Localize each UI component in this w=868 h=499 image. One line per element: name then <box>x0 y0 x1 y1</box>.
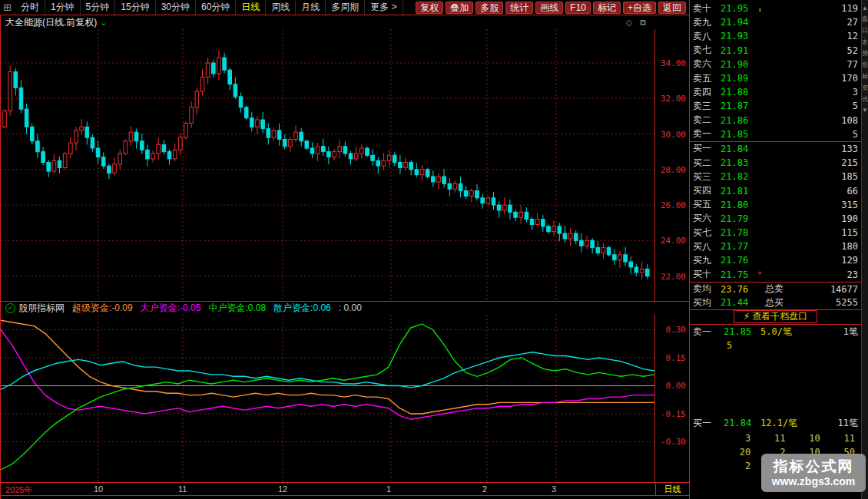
stock-title: 大全能源(日线.前复权) <box>5 16 97 29</box>
bid-price: 21.84 <box>721 144 756 154</box>
watermark-title: 指标公式网 <box>774 458 854 475</box>
ask-row-4[interactable]: 卖六21.9077 <box>690 58 861 71</box>
summary-total-label: 总卖 <box>765 283 784 296</box>
bid-volume: 129 <box>841 255 858 266</box>
ask-row-0[interactable]: 卖十21.95↓119 <box>690 2 861 15</box>
bid-row-1[interactable]: 买二21.83215 <box>690 156 861 170</box>
ask-row-5[interactable]: 卖五21.89170 <box>690 71 861 85</box>
x-axis-label-6: 3 <box>552 484 556 494</box>
panel-icon[interactable]: ⧉ <box>640 18 646 28</box>
bid-row-2[interactable]: 买三21.82185 <box>690 170 861 183</box>
legend-item-4: : 0.00 <box>339 302 362 313</box>
ask-row-3[interactable]: 卖七21.9152 <box>690 44 861 58</box>
chart-region: 大全能源(日线.前复权) ⌄ ◇ ⧉ 34.0032.0030.0028.002… <box>0 15 689 499</box>
strip-item-5[interactable]: 指 <box>862 61 868 69</box>
price-axis-label: 32.00 <box>661 94 686 104</box>
toolbar-button-0[interactable]: 复权 <box>416 2 443 14</box>
bid-price: 21.81 <box>721 186 756 197</box>
ask-volume: 27 <box>847 17 858 28</box>
bid-price: 21.76 <box>721 255 756 266</box>
summary-avg-price: 23.76 <box>721 284 757 295</box>
bid-mark-icon: * <box>757 270 762 279</box>
left-column: ⊞ 分时1分钟5分钟15分钟30分钟60分钟日线周线月线多周期更多 > 复权叠加… <box>0 0 689 499</box>
ask-detail-row: 卖一21.855.0/笔1笔 <box>690 326 861 339</box>
chevron-down-icon[interactable]: ⌄ <box>100 18 107 28</box>
toolbar-button-3[interactable]: 统计 <box>505 2 533 14</box>
strip-item-4[interactable]: 势 <box>862 49 868 58</box>
ask-row-1[interactable]: 卖九21.9427 <box>690 15 861 29</box>
right-sidebar-strip[interactable]: ▲盘口走势指标资讯▼ <box>861 0 868 499</box>
period-tab-3[interactable]: 15分钟 <box>115 0 155 15</box>
period-tab-9[interactable]: 多周期 <box>326 0 365 15</box>
period-tab-1[interactable]: 1分钟 <box>45 0 81 15</box>
period-tab-10[interactable]: 更多 > <box>365 0 403 15</box>
bid-row-7[interactable]: 买八21.77180 <box>690 240 861 253</box>
watermark-url: www.zbgs3.com <box>772 475 855 488</box>
strip-item-6[interactable]: 标 <box>862 72 868 81</box>
bid-row-8[interactable]: 买九21.76129 <box>690 253 861 267</box>
period-tab-5[interactable]: 60分钟 <box>196 0 236 15</box>
summary-label: 买均 <box>693 296 721 309</box>
strip-item-8[interactable]: 讯 <box>862 95 868 104</box>
ask-volume: 108 <box>841 115 858 126</box>
period-tab-4[interactable]: 30分钟 <box>156 0 196 15</box>
strip-item-2[interactable]: 口 <box>862 26 868 35</box>
order-book-panel: 卖十21.95↓119卖九21.9427卖八21.9312卖七21.9152卖六… <box>689 0 861 499</box>
toolbar-button-8[interactable]: 返回 <box>658 2 686 14</box>
bid-price: 21.82 <box>721 171 756 182</box>
bid-volume: 185 <box>841 171 858 182</box>
ask-price: 21.89 <box>721 73 756 84</box>
chart-titlebar: 大全能源(日线.前复权) ⌄ ◇ ⧉ <box>1 15 689 29</box>
indicator-axis-label: 0.00 <box>666 381 687 391</box>
detail-per-order: 5.0/笔 <box>760 326 792 339</box>
period-tab-6[interactable]: 日线 <box>236 0 266 15</box>
ask-label: 卖九 <box>693 16 721 29</box>
period-tab-7[interactable]: 周线 <box>266 0 296 15</box>
bid-row-5[interactable]: 买六21.79190 <box>690 212 861 226</box>
ask-volume: 3 <box>853 87 858 97</box>
ask-volume: 12 <box>847 31 858 41</box>
bid-price: 21.83 <box>721 157 756 168</box>
summary-row-0: 卖均23.76总卖14677 <box>690 283 861 296</box>
candlestick-chart[interactable]: 34.0032.0030.0028.0026.0024.0022.00 <box>1 29 689 301</box>
indicator-chart[interactable]: 0.300.150.00-0.15-0.30 <box>1 315 689 483</box>
ask-row-6[interactable]: 卖四21.883 <box>690 85 861 99</box>
indicator-axis-label: 0.30 <box>666 325 687 335</box>
grid-icon[interactable]: ⊞ <box>3 2 12 13</box>
toolbar-button-5[interactable]: F10 <box>565 2 591 14</box>
bid-label: 买十 <box>693 268 721 281</box>
strip-item-3[interactable]: 走 <box>862 38 868 46</box>
bid-row-0[interactable]: 买一21.84133 <box>690 142 861 156</box>
indicator-axis-label: -0.30 <box>661 437 686 447</box>
ask-price: 21.91 <box>721 45 756 56</box>
bid-row-9[interactable]: 买十21.75*23 <box>690 268 861 282</box>
period-tab-8[interactable]: 月线 <box>296 0 326 15</box>
queue-grid-cell: 11 <box>750 433 785 444</box>
level2-link[interactable]: ⚡查看千档盘口 <box>690 309 861 325</box>
ask-row-9[interactable]: 卖一21.855 <box>690 127 861 141</box>
x-axis-label-3: 12 <box>278 484 287 494</box>
ask-price: 21.90 <box>721 59 756 70</box>
toolbar-button-6[interactable]: 标记 <box>593 2 621 14</box>
period-tab-2[interactable]: 5分钟 <box>81 0 116 15</box>
strip-item-0[interactable]: ▲ <box>862 5 868 12</box>
legend-item-0: 超级资金:-0.09 <box>72 302 133 313</box>
strip-item-1[interactable]: 盘 <box>862 15 868 23</box>
ask-volume: 119 <box>841 3 858 14</box>
strip-item-7[interactable]: 资 <box>862 84 868 92</box>
summary-total-label: 总买 <box>765 296 784 309</box>
toolbar-button-2[interactable]: 多股 <box>475 2 503 14</box>
ask-row-7[interactable]: 卖三21.875 <box>690 99 861 113</box>
toolbar-button-4[interactable]: 画线 <box>535 2 563 14</box>
ask-row-8[interactable]: 卖二21.86108 <box>690 114 861 127</box>
ask-row-2[interactable]: 卖八21.9312 <box>690 29 861 43</box>
bid-row-3[interactable]: 买四21.8166 <box>690 183 861 197</box>
bid-row-4[interactable]: 买五21.80315 <box>690 198 861 212</box>
strip-item-9[interactable]: ▼ <box>862 107 868 114</box>
period-tab-0[interactable]: 分时 <box>15 0 45 15</box>
toolbar-button-1[interactable]: 叠加 <box>446 2 473 14</box>
toolbar-button-7[interactable]: +自选 <box>623 2 656 14</box>
bid-volume: 315 <box>841 200 858 210</box>
bid-row-6[interactable]: 买七21.78115 <box>690 226 861 240</box>
diamond-icon[interactable]: ◇ <box>626 18 632 28</box>
